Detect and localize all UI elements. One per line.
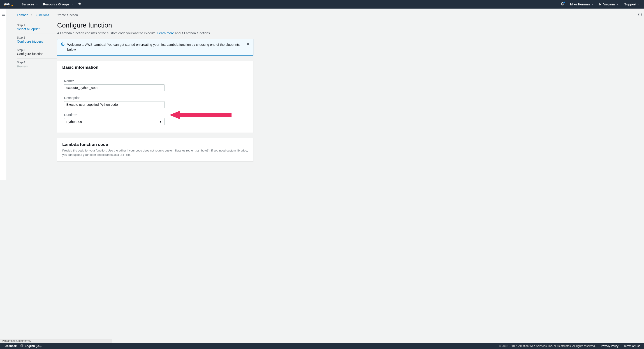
- learn-more-link[interactable]: Learn more: [157, 31, 174, 35]
- breadcrumb-lambda[interactable]: Lambda: [17, 13, 28, 17]
- info-panel-toggle[interactable]: [636, 8, 644, 180]
- nav-region-label: N. Virginia: [599, 2, 615, 6]
- chevron-right-icon: 〉: [52, 13, 54, 17]
- nav-services-label: Services: [22, 2, 34, 6]
- breadcrumb-functions[interactable]: Functions: [36, 13, 50, 17]
- info-icon: [61, 42, 64, 47]
- step-1-label: Step 1: [17, 24, 57, 27]
- pin-icon[interactable]: [78, 2, 81, 6]
- svg-point-12: [640, 13, 640, 14]
- basic-information-card: Basic information Name* Description Runt…: [57, 61, 254, 133]
- chevron-down-icon: ▼: [71, 3, 73, 5]
- page-subtext-pre: A Lambda function consists of the custom…: [57, 31, 157, 35]
- top-nav: aws Services ▼ Resource Groups ▼ Mike He…: [0, 0, 644, 8]
- code-heading: Lambda function code: [62, 142, 248, 147]
- nav-resource-groups[interactable]: Resource Groups ▼: [43, 2, 73, 6]
- page-subtext-post: about Lambda functions.: [174, 31, 211, 35]
- step-4: Step 4 Review: [17, 59, 57, 71]
- step-4-label: Step 4: [17, 61, 57, 64]
- chevron-down-icon: ▼: [638, 3, 640, 5]
- notifications-bell-icon[interactable]: [560, 2, 564, 6]
- svg-text:aws: aws: [4, 2, 10, 5]
- chevron-down-icon: ▼: [36, 3, 38, 5]
- alert-text: Welcome to AWS Lambda! You can get start…: [67, 42, 244, 52]
- nav-resource-groups-label: Resource Groups: [43, 2, 70, 6]
- svg-point-6: [62, 43, 63, 43]
- nav-support[interactable]: Support ▼: [624, 2, 640, 6]
- notification-dot: [564, 1, 565, 3]
- runtime-select[interactable]: Python 3.6: [64, 118, 164, 125]
- basic-info-heading: Basic information: [62, 65, 248, 70]
- description-input[interactable]: [64, 101, 164, 108]
- breadcrumb-current: Create function: [56, 13, 78, 17]
- chevron-down-icon: ▼: [616, 3, 618, 5]
- runtime-label: Runtime*: [64, 113, 246, 117]
- name-label: Name*: [64, 79, 246, 83]
- wizard-steps: Step 1 Select blueprint Step 2 Configure…: [17, 21, 57, 166]
- chevron-down-icon: ▼: [592, 3, 594, 5]
- breadcrumb: Lambda 〉 Functions 〉 Create function: [7, 8, 636, 18]
- description-label: Description: [64, 96, 246, 100]
- chevron-right-icon: 〉: [31, 13, 34, 17]
- step-2-label: Step 2: [17, 36, 57, 39]
- name-input[interactable]: [64, 84, 164, 91]
- step-3: Step 3 Configure function: [17, 46, 57, 59]
- welcome-alert: Welcome to AWS Lambda! You can get start…: [57, 39, 254, 56]
- page-subtext: A Lambda function consists of the custom…: [57, 31, 254, 35]
- step-2-title: Configure triggers: [17, 40, 57, 43]
- step-3-label: Step 3: [17, 48, 57, 52]
- nav-user-label: Mike Herman: [570, 2, 590, 6]
- lambda-code-card: Lambda function code Provide the code fo…: [57, 138, 254, 161]
- sidebar-toggle[interactable]: [0, 8, 7, 180]
- step-3-title: Configure function: [17, 52, 57, 56]
- page-title: Configure function: [57, 21, 254, 29]
- close-icon[interactable]: [246, 42, 250, 46]
- step-4-title: Review: [17, 64, 57, 68]
- step-1[interactable]: Step 1 Select blueprint: [17, 21, 57, 34]
- step-1-title: Select blueprint: [17, 27, 57, 31]
- code-subtext: Provide the code for your function. Use …: [62, 148, 248, 157]
- nav-support-label: Support: [624, 2, 636, 6]
- nav-region[interactable]: N. Virginia ▼: [599, 2, 618, 6]
- nav-user[interactable]: Mike Herman ▼: [570, 2, 593, 6]
- nav-services[interactable]: Services ▼: [22, 2, 38, 6]
- aws-logo[interactable]: aws: [4, 2, 16, 7]
- step-2[interactable]: Step 2 Configure triggers: [17, 34, 57, 46]
